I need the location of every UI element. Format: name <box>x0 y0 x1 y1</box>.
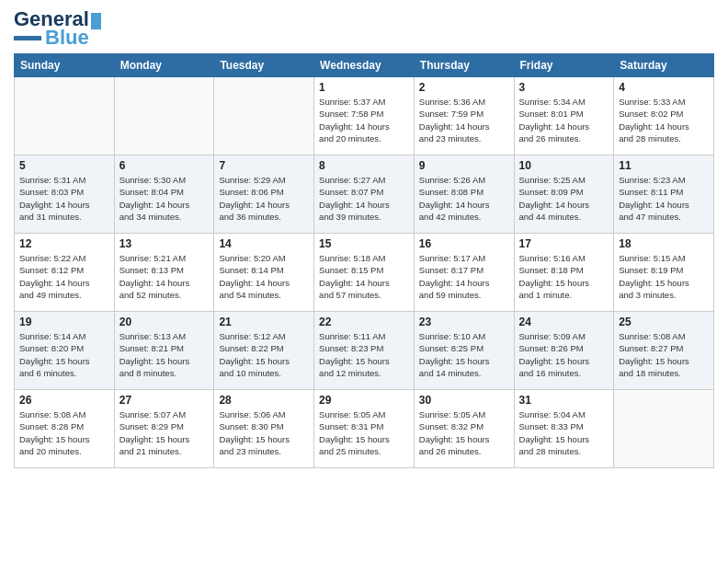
day-info: Sunrise: 5:21 AM Sunset: 8:13 PM Dayligh… <box>119 252 210 301</box>
day-info: Sunrise: 5:09 AM Sunset: 8:26 PM Dayligh… <box>519 330 609 379</box>
day-number: 2 <box>419 81 509 94</box>
day-number: 14 <box>219 237 309 250</box>
day-info: Sunrise: 5:25 AM Sunset: 8:09 PM Dayligh… <box>519 174 609 223</box>
day-info: Sunrise: 5:22 AM Sunset: 8:12 PM Dayligh… <box>19 252 109 301</box>
calendar-cell: 1Sunrise: 5:37 AM Sunset: 7:58 PM Daylig… <box>314 77 415 155</box>
day-number: 10 <box>519 159 609 172</box>
day-info: Sunrise: 5:13 AM Sunset: 8:21 PM Dayligh… <box>119 330 210 379</box>
day-info: Sunrise: 5:26 AM Sunset: 8:08 PM Dayligh… <box>419 174 509 223</box>
day-number: 27 <box>119 394 210 407</box>
calendar-cell: 22Sunrise: 5:11 AM Sunset: 8:23 PM Dayli… <box>314 312 415 390</box>
day-number: 22 <box>319 316 409 328</box>
day-info: Sunrise: 5:27 AM Sunset: 8:07 PM Dayligh… <box>319 174 409 223</box>
calendar-cell: 20Sunrise: 5:13 AM Sunset: 8:21 PM Dayli… <box>114 312 214 390</box>
weekday-thursday: Thursday <box>414 54 514 77</box>
calendar-cell <box>15 77 115 155</box>
weekday-wednesday: Wednesday <box>314 54 415 77</box>
calendar-body: 1Sunrise: 5:37 AM Sunset: 7:58 PM Daylig… <box>15 77 714 468</box>
day-info: Sunrise: 5:18 AM Sunset: 8:15 PM Dayligh… <box>319 252 409 301</box>
logo: General Blue <box>14 9 101 48</box>
calendar-cell: 28Sunrise: 5:06 AM Sunset: 8:30 PM Dayli… <box>214 390 314 468</box>
day-number: 12 <box>19 237 109 250</box>
calendar-cell: 27Sunrise: 5:07 AM Sunset: 8:29 PM Dayli… <box>114 390 214 468</box>
calendar-cell: 24Sunrise: 5:09 AM Sunset: 8:26 PM Dayli… <box>514 312 614 390</box>
day-info: Sunrise: 5:29 AM Sunset: 8:06 PM Dayligh… <box>219 174 309 223</box>
day-number: 4 <box>619 81 709 94</box>
day-info: Sunrise: 5:08 AM Sunset: 8:28 PM Dayligh… <box>19 408 109 457</box>
day-info: Sunrise: 5:37 AM Sunset: 7:58 PM Dayligh… <box>319 96 409 144</box>
weekday-sunday: Sunday <box>15 54 115 77</box>
weekday-friday: Friday <box>514 54 614 77</box>
day-info: Sunrise: 5:11 AM Sunset: 8:23 PM Dayligh… <box>319 330 409 379</box>
day-number: 15 <box>319 237 409 250</box>
weekday-header-row: SundayMondayTuesdayWednesdayThursdayFrid… <box>15 54 714 77</box>
calendar-cell: 5Sunrise: 5:31 AM Sunset: 8:03 PM Daylig… <box>15 155 115 234</box>
day-info: Sunrise: 5:04 AM Sunset: 8:33 PM Dayligh… <box>519 408 609 457</box>
calendar-cell: 18Sunrise: 5:15 AM Sunset: 8:19 PM Dayli… <box>614 234 714 312</box>
day-info: Sunrise: 5:05 AM Sunset: 8:32 PM Dayligh… <box>419 408 509 457</box>
day-info: Sunrise: 5:05 AM Sunset: 8:31 PM Dayligh… <box>319 408 409 457</box>
logo-bottom-row: Blue <box>14 28 89 48</box>
calendar-cell: 16Sunrise: 5:17 AM Sunset: 8:17 PM Dayli… <box>414 234 514 312</box>
day-number: 31 <box>519 394 609 407</box>
calendar-cell: 25Sunrise: 5:08 AM Sunset: 8:27 PM Dayli… <box>614 312 714 390</box>
calendar-week-3: 12Sunrise: 5:22 AM Sunset: 8:12 PM Dayli… <box>15 234 714 312</box>
day-number: 20 <box>119 316 210 328</box>
calendar-cell <box>614 390 714 468</box>
day-number: 9 <box>419 159 509 172</box>
calendar-week-1: 1Sunrise: 5:37 AM Sunset: 7:58 PM Daylig… <box>15 77 714 155</box>
day-number: 24 <box>519 316 609 328</box>
day-info: Sunrise: 5:06 AM Sunset: 8:30 PM Dayligh… <box>219 408 309 457</box>
day-info: Sunrise: 5:10 AM Sunset: 8:25 PM Dayligh… <box>419 330 509 379</box>
calendar-cell: 7Sunrise: 5:29 AM Sunset: 8:06 PM Daylig… <box>214 155 314 234</box>
day-info: Sunrise: 5:07 AM Sunset: 8:29 PM Dayligh… <box>119 408 210 457</box>
calendar-cell: 21Sunrise: 5:12 AM Sunset: 8:22 PM Dayli… <box>214 312 314 390</box>
calendar-cell: 31Sunrise: 5:04 AM Sunset: 8:33 PM Dayli… <box>514 390 614 468</box>
day-number: 16 <box>419 237 509 250</box>
day-number: 6 <box>119 159 210 172</box>
day-number: 21 <box>219 316 309 328</box>
day-number: 18 <box>619 237 709 250</box>
day-number: 7 <box>219 159 309 172</box>
day-number: 13 <box>119 237 210 250</box>
day-info: Sunrise: 5:16 AM Sunset: 8:18 PM Dayligh… <box>519 252 609 301</box>
day-number: 3 <box>519 81 609 94</box>
calendar-cell: 15Sunrise: 5:18 AM Sunset: 8:15 PM Dayli… <box>314 234 415 312</box>
day-number: 26 <box>19 394 109 407</box>
calendar-week-4: 19Sunrise: 5:14 AM Sunset: 8:20 PM Dayli… <box>15 312 714 390</box>
weekday-monday: Monday <box>114 54 214 77</box>
calendar-cell: 14Sunrise: 5:20 AM Sunset: 8:14 PM Dayli… <box>214 234 314 312</box>
calendar-cell: 19Sunrise: 5:14 AM Sunset: 8:20 PM Dayli… <box>15 312 115 390</box>
day-info: Sunrise: 5:12 AM Sunset: 8:22 PM Dayligh… <box>219 330 309 379</box>
day-number: 8 <box>319 159 409 172</box>
day-number: 17 <box>519 237 609 250</box>
calendar-cell <box>214 77 314 155</box>
header: General Blue <box>14 9 714 48</box>
day-number: 23 <box>419 316 509 328</box>
calendar-cell <box>114 77 214 155</box>
calendar-cell: 8Sunrise: 5:27 AM Sunset: 8:07 PM Daylig… <box>314 155 415 234</box>
day-info: Sunrise: 5:36 AM Sunset: 7:59 PM Dayligh… <box>419 96 509 144</box>
calendar-cell: 30Sunrise: 5:05 AM Sunset: 8:32 PM Dayli… <box>414 390 514 468</box>
calendar-cell: 17Sunrise: 5:16 AM Sunset: 8:18 PM Dayli… <box>514 234 614 312</box>
day-info: Sunrise: 5:08 AM Sunset: 8:27 PM Dayligh… <box>619 330 709 379</box>
day-number: 28 <box>219 394 309 407</box>
day-info: Sunrise: 5:34 AM Sunset: 8:01 PM Dayligh… <box>519 96 609 144</box>
calendar-cell: 10Sunrise: 5:25 AM Sunset: 8:09 PM Dayli… <box>514 155 614 234</box>
weekday-saturday: Saturday <box>614 54 714 77</box>
day-number: 30 <box>419 394 509 407</box>
day-number: 1 <box>319 81 409 94</box>
logo-triangle-icon <box>91 13 101 29</box>
calendar-cell: 13Sunrise: 5:21 AM Sunset: 8:13 PM Dayli… <box>114 234 214 312</box>
calendar-cell: 29Sunrise: 5:05 AM Sunset: 8:31 PM Dayli… <box>314 390 415 468</box>
weekday-tuesday: Tuesday <box>214 54 314 77</box>
logo-bar-icon <box>14 36 41 40</box>
calendar-table: SundayMondayTuesdayWednesdayThursdayFrid… <box>14 53 714 468</box>
day-number: 11 <box>619 159 709 172</box>
calendar-week-2: 5Sunrise: 5:31 AM Sunset: 8:03 PM Daylig… <box>15 155 714 234</box>
day-info: Sunrise: 5:15 AM Sunset: 8:19 PM Dayligh… <box>619 252 709 301</box>
day-info: Sunrise: 5:14 AM Sunset: 8:20 PM Dayligh… <box>19 330 109 379</box>
logo-blue-text: Blue <box>45 28 89 48</box>
calendar-cell: 12Sunrise: 5:22 AM Sunset: 8:12 PM Dayli… <box>15 234 115 312</box>
calendar-cell: 9Sunrise: 5:26 AM Sunset: 8:08 PM Daylig… <box>414 155 514 234</box>
